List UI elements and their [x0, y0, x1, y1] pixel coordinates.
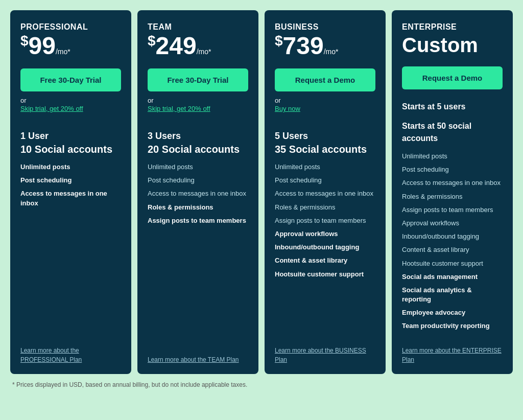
plan-card-professional: PROFESSIONAL $99/mo* Free 30-Day Trial o…	[10, 10, 131, 374]
feature-item: Post scheduling	[275, 176, 375, 185]
feature-item: Hootsuite customer support	[275, 270, 375, 279]
feature-item: Hootsuite customer support	[402, 259, 503, 268]
users-count-team: 3 Users	[148, 131, 248, 142]
feature-list-business: Unlimited postsPost schedulingAccess to …	[275, 162, 375, 335]
feature-item: Unlimited posts	[402, 152, 503, 161]
feature-item: Unlimited posts	[20, 162, 121, 172]
feature-item: Team productivity reporting	[402, 321, 503, 331]
feature-item: Roles & permissions	[148, 203, 248, 212]
learn-more-business[interactable]: Learn more about the BUSINESS Plan	[275, 347, 366, 363]
plan-footer-professional: Learn more about the PROFESSIONAL Plan	[20, 335, 121, 364]
feature-item: Approval workflows	[275, 229, 375, 239]
plan-card-team: TEAM $249/mo* Free 30-Day Trial or Skip …	[137, 10, 258, 374]
feature-item: Approval workflows	[402, 219, 503, 228]
plan-price-business: $739/mo*	[275, 34, 338, 58]
plan-footer-team: Learn more about the TEAM Plan	[148, 344, 248, 364]
feature-list-professional: Unlimited postsPost schedulingAccess to …	[20, 162, 121, 335]
feature-item: Roles & permissions	[275, 203, 375, 212]
feature-item: Access to messages in one inbox	[275, 189, 375, 198]
skip-link-business[interactable]: Buy now	[275, 105, 375, 112]
feature-item: Post scheduling	[402, 165, 503, 174]
plan-price-team: $249/mo*	[148, 34, 211, 58]
social-accounts-professional: 10 Social accounts	[20, 144, 121, 155]
users-count-professional: 1 User	[20, 131, 121, 142]
plan-card-enterprise: ENTERPRISE Custom Request a Demo Starts …	[392, 10, 513, 374]
plan-price-enterprise: Custom	[402, 34, 503, 56]
feature-item: Assign posts to team members	[148, 216, 248, 225]
plan-footer-business: Learn more about the BUSINESS Plan	[275, 335, 375, 364]
feature-item: Employee advocacy	[402, 308, 503, 317]
plan-footer-enterprise: Learn more about the ENTERPRISE Plan	[402, 335, 503, 364]
feature-item: Inbound/outbound tagging	[402, 232, 503, 241]
users-count-business: 5 Users	[275, 131, 375, 142]
plan-price-professional: $99/mo*	[20, 34, 70, 58]
feature-item: Access to messages in one inbox	[402, 178, 503, 188]
feature-item: Assign posts to team members	[275, 216, 375, 225]
plan-name-business: BUSINESS	[275, 22, 375, 32]
feature-item: Access to messages in one inbox	[148, 189, 248, 198]
social-accounts-business: 35 Social accounts	[275, 144, 375, 155]
feature-list-enterprise: Unlimited postsPost schedulingAccess to …	[402, 152, 503, 335]
learn-more-enterprise[interactable]: Learn more about the ENTERPRISE Plan	[402, 347, 502, 363]
feature-item: Content & asset library	[275, 256, 375, 265]
plan-card-business: BUSINESS $739/mo* Request a Demo or Buy …	[265, 10, 386, 374]
cta-button-professional[interactable]: Free 30-Day Trial	[20, 68, 121, 91]
footnote: * Prices displayed in USD, based on annu…	[10, 381, 513, 388]
social-accounts-team: 20 Social accounts	[148, 144, 248, 155]
feature-item: Roles & permissions	[402, 192, 503, 201]
feature-item: Unlimited posts	[148, 162, 248, 172]
cta-button-business[interactable]: Request a Demo	[275, 68, 375, 91]
learn-more-team[interactable]: Learn more about the TEAM Plan	[148, 356, 239, 363]
skip-link-team[interactable]: Skip trial, get 20% off	[148, 105, 248, 112]
pricing-grid: PROFESSIONAL $99/mo* Free 30-Day Trial o…	[10, 10, 513, 374]
feature-item: Content & asset library	[402, 245, 503, 254]
feature-list-team: Unlimited postsPost schedulingAccess to …	[148, 162, 248, 344]
feature-item: Post scheduling	[20, 176, 121, 185]
enterprise-users-enterprise: Starts at 5 users	[402, 101, 503, 113]
feature-item: Social ads management	[402, 272, 503, 282]
feature-item: Inbound/outbound tagging	[275, 243, 375, 252]
skip-link-professional[interactable]: Skip trial, get 20% off	[20, 105, 121, 112]
plan-name-team: TEAM	[148, 22, 248, 32]
enterprise-social-enterprise: Starts at 50 social accounts	[402, 120, 503, 145]
feature-item: Social ads analytics & reporting	[402, 286, 503, 304]
feature-item: Unlimited posts	[275, 162, 375, 172]
cta-button-enterprise[interactable]: Request a Demo	[402, 66, 503, 89]
plan-name-professional: PROFESSIONAL	[20, 22, 121, 32]
feature-item: Assign posts to team members	[402, 205, 503, 215]
feature-item: Post scheduling	[148, 176, 248, 185]
feature-item: Access to messages in one inbox	[20, 189, 121, 207]
learn-more-professional[interactable]: Learn more about the PROFESSIONAL Plan	[20, 347, 82, 363]
plan-name-enterprise: ENTERPRISE	[402, 22, 503, 32]
cta-button-team[interactable]: Free 30-Day Trial	[148, 68, 248, 91]
